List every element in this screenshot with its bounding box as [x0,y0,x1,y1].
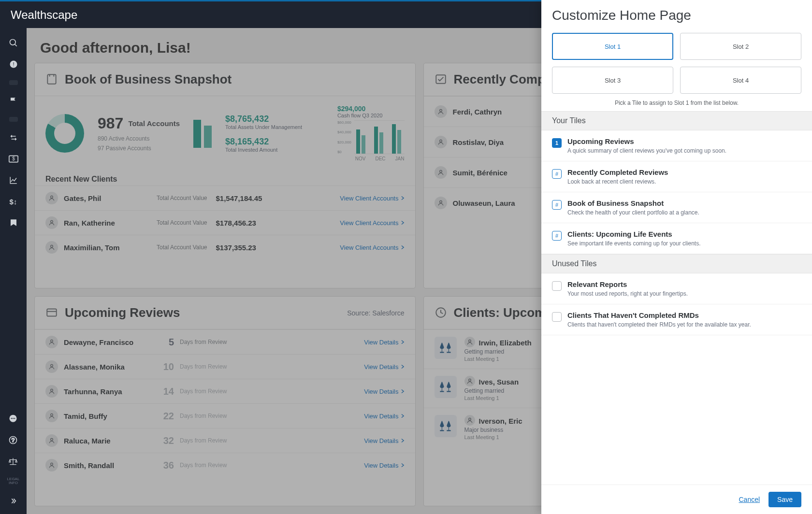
slot-2[interactable]: Slot 2 [680,33,801,60]
app-name: Wealthscape [11,8,77,22]
total-assets-label: Total Assets Under Management [225,124,302,130]
client-name: Dewayne, Francisco [64,338,151,346]
flag-icon[interactable] [8,96,19,106]
user-icon [464,415,475,426]
tile-option[interactable]: # Recently Completed ReviewsLook back at… [541,161,812,192]
y-tick: $20,000 [337,140,351,144]
passive-accounts: 97 Passive Accounts [98,145,180,152]
trade-icon[interactable]: $↕ [8,196,19,207]
account-value: $1,547,184.45 [216,194,262,202]
tav-label: Total Account Value [157,219,207,226]
user-icon [435,197,447,209]
cancel-button[interactable]: Cancel [739,496,760,503]
days-count: 32 [157,435,174,446]
svg-text:?: ? [12,437,15,443]
tile-option-desc: Your most used reports, right at your fi… [567,290,688,297]
slot-4[interactable]: Slot 4 [680,67,801,94]
event-meta: Last Meeting 1 [464,395,519,401]
svg-point-8 [13,418,14,419]
svg-point-29 [51,438,53,441]
user-icon [464,337,475,347]
save-button[interactable]: Save [768,492,801,507]
accounts-count: 987 [98,114,123,132]
alert-icon[interactable]: ! [8,59,19,70]
view-details-link[interactable]: View Details [364,413,404,420]
accounts-donut [45,114,84,153]
svg-rect-12 [47,74,56,84]
upcoming-row: Smith, Randall 36 Days from Review View … [35,453,415,477]
money-icon[interactable]: $ [8,154,19,164]
tile-option[interactable]: Relevant ReportsYour most used reports, … [541,273,812,304]
view-accounts-link[interactable]: View Client Accounts [340,244,404,251]
client-name: Ran, Katherine [64,219,151,227]
svg-point-33 [468,379,471,381]
slot-3[interactable]: Slot 3 [552,67,673,94]
svg-point-16 [51,220,53,223]
user-icon [45,410,58,422]
user-icon [45,385,58,398]
view-details-link[interactable]: View Details [364,462,404,469]
tile-source: Source: Salesforce [347,309,404,317]
client-name: Gates, Phil [64,194,151,202]
tile-option-desc: See important life events coming up for … [567,240,700,247]
client-row: Ran, Katherine Total Account Value $178,… [35,210,415,235]
svg-point-7 [11,418,12,419]
tile-option[interactable]: # Book of Business SnapshotCheck the hea… [541,192,812,223]
view-accounts-link[interactable]: View Client Accounts [340,219,404,227]
scales-icon[interactable] [8,456,18,467]
cashflow-chart: $60,000 $40,000 $20,000 $0 [337,120,405,161]
transfer-icon[interactable] [8,132,19,143]
chart-column [374,127,383,154]
view-details-link[interactable]: View Details [364,437,404,444]
slot-badge: 1 [552,138,562,148]
view-details-link[interactable]: View Details [364,339,404,346]
svg-point-30 [51,463,53,465]
svg-point-15 [51,196,53,198]
user-icon [464,376,475,386]
tile-option-desc: Check the health of your client portfoli… [567,209,699,216]
chat-icon[interactable] [8,414,18,424]
chart-column [356,129,365,154]
svg-point-34 [468,418,471,420]
client-name: Maximilian, Tom [64,243,151,252]
view-details-link[interactable]: View Details [364,363,404,371]
svg-point-17 [51,245,53,247]
days-count: 14 [157,386,174,397]
legal-info-label[interactable]: LEGAL INFO [7,477,20,485]
view-accounts-link[interactable]: View Client Accounts [340,195,404,202]
client-name: Tarhunna, Ranya [64,387,151,396]
tile-option[interactable]: Clients That Haven't Completed RMDsClien… [541,304,812,335]
slot-badge-empty [552,281,562,291]
mini-bar-chart [193,119,212,148]
snapshot-icon [45,73,59,86]
panel-title: Customize Home Page [541,0,812,30]
days-count: 22 [157,411,174,422]
total-invested-label: Total Invested Amount [225,147,302,153]
expand-icon[interactable] [8,496,18,506]
chart-icon[interactable] [8,175,19,186]
svg-point-25 [51,340,53,342]
tile-title: Upcoming Reviews [65,305,180,320]
unused-tiles-heading: Unused Tiles [541,254,812,273]
tile-option-title: Upcoming Reviews [567,137,634,145]
svg-rect-23 [47,309,57,316]
client-name: Rostislav, Diya [453,138,540,146]
view-details-link[interactable]: View Details [364,388,404,395]
client-name: Tamid, Buffy [64,412,151,420]
slot-badge-empty [552,312,562,322]
active-accounts: 890 Active Accounts [98,135,180,142]
tav-label: Total Account Value [157,244,207,251]
tile-option[interactable]: # Clients: Upcoming Life EventsSee impor… [541,223,812,254]
tile-option[interactable]: 1 Upcoming ReviewsA quick summary of cli… [541,130,812,161]
search-icon[interactable] [8,38,19,48]
client-name: Ives, Susan [479,378,519,386]
client-name: Sumit, Bérénice [453,169,540,177]
left-nav: ! $ $↕ ? LEGAL INFO [0,28,27,514]
bookmark-icon[interactable] [8,217,19,228]
help-icon[interactable]: ? [8,435,18,445]
svg-text:!: ! [13,61,14,67]
svg-point-32 [468,340,471,342]
chart-column [392,124,401,154]
slot-1[interactable]: Slot 1 [552,33,673,60]
svg-point-22 [439,200,442,203]
